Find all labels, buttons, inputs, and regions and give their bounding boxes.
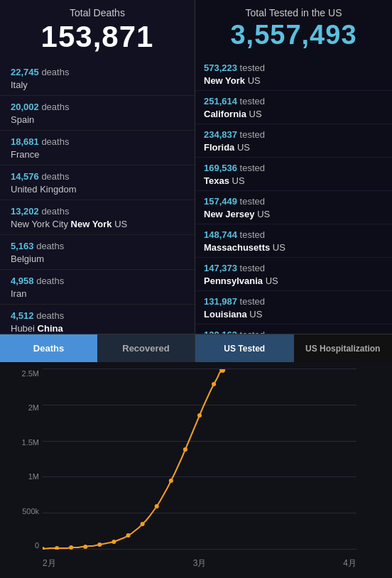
deaths-list-item: 22,745 deathsItaly bbox=[0, 61, 195, 96]
x-label-feb: 2月 bbox=[43, 557, 56, 569]
tested-list-item: 169,536 testedTexas US bbox=[195, 158, 392, 191]
svg-point-4 bbox=[97, 542, 102, 547]
x-label-mar: 3月 bbox=[193, 557, 207, 569]
tested-list-item: 251,614 testedCalifornia US bbox=[195, 91, 392, 124]
svg-point-12 bbox=[212, 382, 216, 386]
tab-deaths[interactable]: Deaths bbox=[0, 334, 97, 362]
tested-list-item: 130,163 tested bbox=[195, 325, 392, 334]
deaths-total: 153,871 bbox=[11, 20, 184, 54]
tested-total: 3,557,493 bbox=[206, 20, 381, 50]
tested-list-item: 147,373 testedPennsylvania US bbox=[195, 258, 392, 291]
tested-list: 573,223 testedNew York US251,614 testedC… bbox=[195, 54, 392, 334]
chart-section: 0 500k 1M 1.5M 2M 2.5M bbox=[0, 362, 392, 578]
deaths-tab-bar: Deaths Recovered bbox=[0, 334, 195, 362]
svg-point-7 bbox=[141, 522, 145, 526]
tab-recovered[interactable]: Recovered bbox=[97, 334, 195, 362]
deaths-list-item: 5,163 deathsBelgium bbox=[0, 235, 195, 270]
tested-header: Total Tested in the US 3,557,493 bbox=[195, 0, 392, 54]
y-label-1-5m: 1.5M bbox=[4, 438, 39, 447]
deaths-list-item: 14,576 deathsUnited Kingdom bbox=[0, 165, 195, 200]
y-label-500k: 500k bbox=[4, 507, 39, 516]
y-axis: 0 500k 1M 1.5M 2M 2.5M bbox=[4, 369, 39, 550]
svg-point-9 bbox=[169, 479, 173, 483]
svg-point-8 bbox=[155, 504, 159, 508]
tested-list-item: 157,449 testedNew Jersey US bbox=[195, 191, 392, 224]
x-label-apr: 4月 bbox=[343, 557, 356, 569]
deaths-list: 22,745 deathsItaly20,002 deathsSpain18,6… bbox=[0, 58, 195, 334]
x-axis: 2月 3月 4月 bbox=[43, 557, 356, 569]
chart-area: 0 500k 1M 1.5M 2M 2.5M bbox=[43, 369, 356, 550]
y-label-0: 0 bbox=[4, 541, 39, 550]
svg-point-10 bbox=[183, 447, 187, 452]
svg-point-6 bbox=[126, 533, 131, 538]
svg-point-1 bbox=[55, 546, 59, 550]
deaths-title: Total Deaths bbox=[11, 7, 184, 18]
tab-us-hospitalization[interactable]: US Hospitalization bbox=[294, 334, 393, 362]
svg-point-0 bbox=[43, 547, 45, 550]
chart-svg bbox=[43, 369, 356, 550]
y-label-2m: 2M bbox=[4, 403, 39, 412]
tested-title: Total Tested in the US bbox=[206, 7, 381, 18]
tested-list-item: 148,744 testedMassachusetts US bbox=[195, 224, 392, 258]
deaths-panel: Total Deaths 153,871 22,745 deathsItaly2… bbox=[0, 0, 195, 362]
svg-point-2 bbox=[69, 545, 73, 550]
tested-list-item: 234,837 testedFlorida US bbox=[195, 124, 392, 158]
deaths-list-item: 13,202 deathsNew York City New York US bbox=[0, 200, 195, 235]
y-label-2-5m: 2.5M bbox=[4, 369, 39, 378]
svg-point-3 bbox=[83, 545, 87, 549]
tested-list-item: 131,987 testedLouisiana US bbox=[195, 291, 392, 325]
tested-list-item: 573,223 testedNew York US bbox=[195, 58, 392, 91]
svg-point-11 bbox=[197, 413, 202, 418]
tested-panel: Total Tested in the US 3,557,493 573,223… bbox=[195, 0, 392, 362]
deaths-list-item: 4,958 deathsIran bbox=[0, 270, 195, 305]
deaths-list-item: 4,512 deathsHubei China bbox=[0, 305, 195, 334]
deaths-list-item: 18,681 deathsFrance bbox=[0, 131, 195, 165]
deaths-list-item: 20,002 deathsSpain bbox=[0, 96, 195, 131]
deaths-header: Total Deaths 153,871 bbox=[0, 0, 195, 58]
tested-tab-bar: US Tested US Hospitalization bbox=[195, 334, 392, 362]
svg-point-5 bbox=[111, 540, 116, 544]
tab-us-tested[interactable]: US Tested bbox=[195, 334, 294, 362]
y-label-1m: 1M bbox=[4, 472, 39, 481]
